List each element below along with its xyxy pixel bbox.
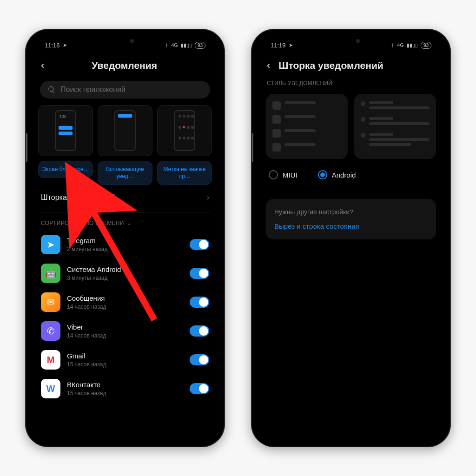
card-lockscreen[interactable]: 2:36 Экран блокиров… [38,105,93,185]
search-placeholder: Поиск приложений [60,86,126,94]
phone-right: 11:19 ➤ ᚼ 4G ▮▮▯▯ 93 ‹ Шторка уведомлени… [251,29,451,447]
side-edge [26,133,27,162]
radio-android[interactable]: Android [318,170,356,179]
sort-label[interactable]: СОРТИРОВАТЬ ПО ВРЕМЕНИ ⌄ [32,216,218,230]
app-icon-telegram: ➤ [41,235,60,254]
page-title: Шторка уведомлений [278,60,437,71]
app-icon-gmail: M [41,350,60,370]
screen-right: 11:19 ➤ ᚼ 4G ▮▮▯▯ 93 ‹ Шторка уведомлени… [258,35,444,441]
app-icon-vk: W [41,379,60,398]
style-radios: MIUI Android [258,165,444,188]
battery-indicator: 93 [195,42,205,49]
style-section-label: СТИЛЬ УВЕДОМЛЕНИЙ [258,78,444,90]
row-notification-shade[interactable]: Шторка уведомлений › [32,185,218,210]
app-row-viber[interactable]: ✆ Viber14 часов назад [39,317,211,345]
app-row-gmail[interactable]: M Gmail15 часов назад [39,345,211,374]
toggle-telegram[interactable] [190,239,209,250]
chevron-right-icon: › [207,193,209,202]
more-settings-question: Нужны другие настройки? [274,208,428,216]
card-lockscreen-label: Экран блокиров… [38,161,93,178]
title-bar: ‹ Шторка уведомлений [258,51,444,78]
telegram-status-icon: ➤ [289,42,293,48]
toggle-viber[interactable] [190,325,209,337]
network-4g-icon: 4G [397,42,404,48]
toggle-messages[interactable] [190,297,209,308]
phone-left: 11:16 ➤ ᚼ 4G ▮▮▯▯ 93 ‹ Уведомления Поиск… [25,29,225,447]
page-title: Уведомления [38,60,211,71]
network-4g-icon: 4G [171,42,178,48]
status-time: 11:16 [45,42,60,49]
side-edge [252,133,253,162]
cutout-status-link[interactable]: Вырез и строка состояния [274,222,428,230]
app-icon-viber: ✆ [41,321,60,341]
notch [90,35,160,46]
radio-miui[interactable]: MIUI [269,170,298,179]
app-icon-messages: ✉ [41,292,60,312]
signal-icon: ▮▮▯▯ [181,42,192,48]
card-badge-label: Метка на значке пр… [157,161,212,185]
card-floating-label: Всплывающие увед… [98,161,152,185]
app-row-android-system[interactable]: 🤖 Система Android3 минуты назад [39,259,211,288]
app-icon-android: 🤖 [41,264,60,283]
bluetooth-icon: ᚼ [391,42,394,48]
toggle-android-system[interactable] [190,268,209,279]
row-label: Шторка уведомлений [41,193,115,202]
search-icon [47,86,56,94]
card-floating[interactable]: Всплывающие увед… [98,105,152,185]
app-row-vk[interactable]: W ВКонтакте15 часов назад [39,374,211,403]
telegram-status-icon: ➤ [63,42,67,48]
signal-icon: ▮▮▯▯ [407,42,418,48]
bluetooth-icon: ᚼ [165,42,168,48]
toggle-gmail[interactable] [190,354,209,365]
chevron-down-icon: ⌄ [127,220,132,226]
app-row-telegram[interactable]: ➤ Telegram2 минуты назад [39,230,211,259]
search-input[interactable]: Поиск приложений [40,81,210,99]
radio-dot-on [318,170,327,179]
radio-dot [269,170,278,179]
card-badge[interactable]: Метка на значке пр… [157,105,212,185]
notification-style-cards: 2:36 Экран блокиров… Всплывающие увед… М… [32,105,218,185]
style-option-miui[interactable] [266,94,348,159]
style-options [258,90,444,165]
divider [40,212,210,212]
battery-indicator: 93 [421,42,431,49]
status-time: 11:19 [271,42,286,49]
app-row-messages[interactable]: ✉ Сообщения14 часов назад [39,288,211,317]
toggle-vk[interactable] [190,383,209,394]
title-bar: ‹ Уведомления [32,51,218,78]
more-settings-card: Нужны другие настройки? Вырез и строка с… [266,199,436,239]
screen-left: 11:16 ➤ ᚼ 4G ▮▮▯▯ 93 ‹ Уведомления Поиск… [32,35,218,441]
app-list: ➤ Telegram2 минуты назад 🤖 Система Andro… [32,230,218,403]
back-button[interactable]: ‹ [265,58,272,73]
notch [316,35,386,46]
style-option-android[interactable] [354,94,436,159]
